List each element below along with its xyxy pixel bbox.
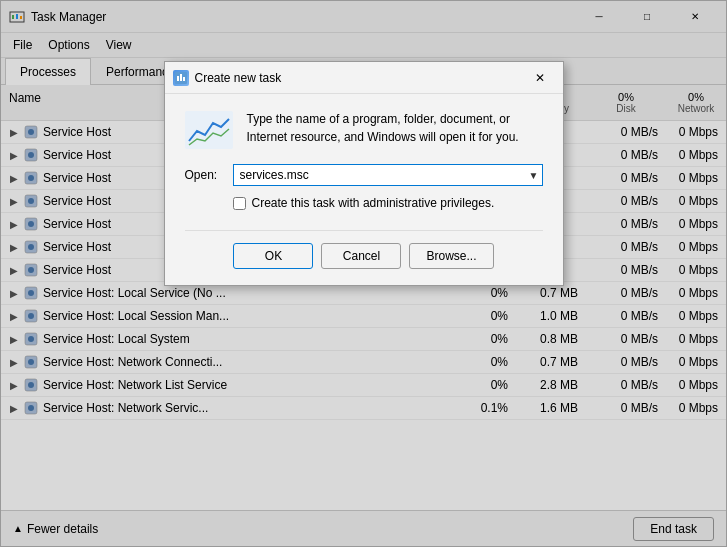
dialog-chart-icon <box>185 110 233 150</box>
dialog-description: Type the name of a program, folder, docu… <box>247 110 543 146</box>
open-input[interactable] <box>233 164 543 186</box>
task-manager-window: Task Manager ─ □ ✕ File Options View Pro… <box>0 0 727 547</box>
checkbox-row: Create this task with administrative pri… <box>233 196 543 210</box>
svg-rect-32 <box>180 74 182 81</box>
checkbox-label[interactable]: Create this task with administrative pri… <box>252 196 495 210</box>
open-input-wrapper: ▼ <box>233 164 543 186</box>
modal-overlay: Create new task ✕ Type the name of a <box>1 1 726 546</box>
admin-privileges-checkbox[interactable] <box>233 197 246 210</box>
cancel-button[interactable]: Cancel <box>321 243 401 269</box>
svg-rect-33 <box>183 77 185 81</box>
dialog-buttons: OK Cancel Browse... <box>185 230 543 269</box>
create-task-dialog: Create new task ✕ Type the name of a <box>164 61 564 286</box>
dialog-body: Type the name of a program, folder, docu… <box>165 94 563 285</box>
dialog-title-bar: Create new task ✕ <box>165 62 563 94</box>
dialog-icon-row: Type the name of a program, folder, docu… <box>185 110 543 150</box>
open-row: Open: ▼ <box>185 164 543 186</box>
svg-rect-31 <box>177 76 179 81</box>
ok-button[interactable]: OK <box>233 243 313 269</box>
dialog-title-left: Create new task <box>173 70 282 86</box>
dialog-title-icon <box>173 70 189 86</box>
dialog-title: Create new task <box>195 71 282 85</box>
open-label: Open: <box>185 168 225 182</box>
dialog-close-button[interactable]: ✕ <box>525 64 555 92</box>
browse-button[interactable]: Browse... <box>409 243 493 269</box>
